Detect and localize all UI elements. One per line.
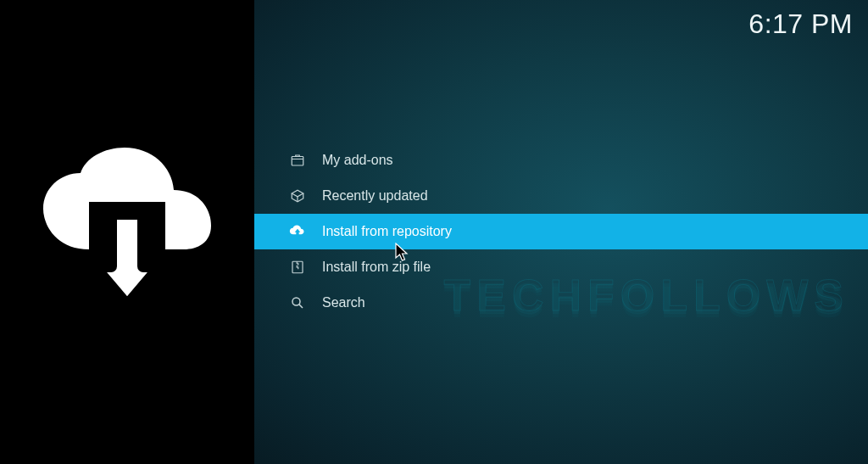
search-icon	[287, 295, 309, 310]
menu-item-recently-updated[interactable]: Recently updated	[254, 178, 868, 214]
menu-item-install-from-zip[interactable]: Install from zip file	[254, 249, 868, 285]
menu-item-install-from-repository[interactable]: Install from repository	[254, 214, 868, 249]
open-box-icon	[287, 188, 309, 204]
clock: 6:17 PM	[748, 5, 853, 40]
menu-item-label: My add-ons	[322, 153, 393, 168]
menu-item-search[interactable]: Search	[254, 285, 868, 321]
sidebar	[0, 0, 254, 464]
svg-rect-0	[292, 157, 303, 166]
zip-file-icon	[287, 260, 309, 275]
menu-item-label: Recently updated	[322, 188, 428, 204]
svg-rect-1	[292, 261, 303, 273]
menu-list: My add-ons Recently updated Install from…	[254, 143, 868, 321]
svg-point-2	[292, 298, 300, 305]
cloud-download-large-icon	[38, 148, 216, 317]
menu-item-label: Search	[322, 295, 365, 310]
menu-item-label: Install from zip file	[322, 260, 431, 275]
box-addon-icon	[287, 153, 309, 168]
menu-item-label: Install from repository	[322, 224, 452, 239]
menu-item-my-addons[interactable]: My add-ons	[254, 143, 868, 178]
cloud-down-icon	[287, 224, 309, 239]
